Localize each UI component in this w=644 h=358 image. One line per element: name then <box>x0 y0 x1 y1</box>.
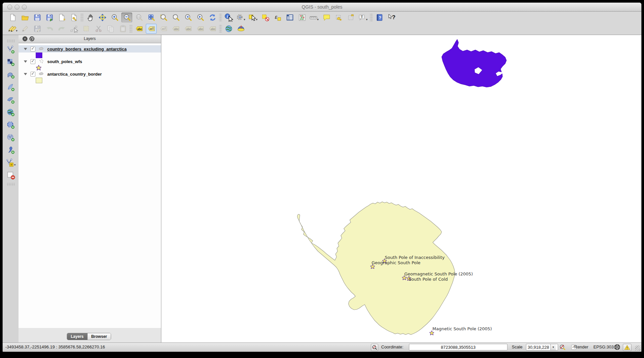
toolbar-separator <box>219 25 222 33</box>
show-bookmarks-button[interactable] <box>345 13 356 22</box>
pan-map-button[interactable] <box>85 13 96 22</box>
cut-features-button[interactable] <box>93 24 104 34</box>
new-print-composer-button[interactable]: ✳ <box>56 13 67 22</box>
open-project-button[interactable] <box>20 13 30 22</box>
zoom-to-layer-button[interactable] <box>170 13 181 22</box>
zoom-full-button[interactable] <box>146 13 157 22</box>
open-attribute-table-button[interactable] <box>284 13 295 22</box>
pin-labels-button[interactable] <box>146 24 157 34</box>
stop-render-button[interactable] <box>559 344 566 350</box>
add-spatialite-layer-button[interactable] <box>6 83 16 92</box>
expand-arrow-icon[interactable] <box>24 48 27 50</box>
map-tips-button[interactable] <box>321 13 332 22</box>
zoom-to-selection-button[interactable] <box>158 13 169 22</box>
node-tool-button[interactable] <box>68 24 79 34</box>
pan-to-selection-button[interactable] <box>97 13 108 22</box>
new-shapefile-layer-button[interactable]: ✳▼ <box>6 158 16 168</box>
layer-symbol-swatch[interactable] <box>36 78 42 83</box>
save-project-as-button[interactable] <box>44 13 55 22</box>
panel-title: Layers <box>19 36 161 41</box>
zoom-out-button[interactable] <box>121 13 132 22</box>
layer-visibility-checkbox[interactable] <box>30 59 35 64</box>
layer-visibility-checkbox[interactable] <box>30 47 35 52</box>
redo-button[interactable] <box>56 24 67 34</box>
coordinate-input[interactable] <box>409 344 507 350</box>
select-features-button[interactable]: ▼ <box>248 13 259 22</box>
tab-layers[interactable]: Layers <box>67 333 87 340</box>
composer-manager-button[interactable] <box>68 13 79 22</box>
zoom-native-button[interactable]: 1:1 <box>134 13 144 22</box>
whats-this-button[interactable]: ? <box>386 13 397 22</box>
svg-text:T: T <box>361 15 363 19</box>
title-bar[interactable]: QGIS - south_poles <box>3 3 641 12</box>
show-hide-labels-button[interactable] <box>207 24 218 34</box>
log-messages-button[interactable] <box>623 344 631 351</box>
help-contents-button[interactable] <box>374 13 385 22</box>
add-delimited-text-layer-button[interactable] <box>6 145 16 155</box>
add-feature-button[interactable] <box>81 24 92 34</box>
crs-status-button[interactable] <box>614 344 621 350</box>
save-layer-edits-button[interactable] <box>32 24 43 34</box>
manage-layers-toolbar: OR ✳▼ <box>3 36 19 343</box>
new-bookmark-button[interactable]: ★ <box>333 13 344 22</box>
add-wfs-layer-button[interactable] <box>6 133 16 143</box>
layer-name[interactable]: antarctica_country_border <box>47 72 102 77</box>
extents-toggle-button[interactable] <box>371 344 378 351</box>
layer-symbol-star[interactable] <box>36 65 42 71</box>
labeling-options-button[interactable] <box>134 24 144 34</box>
zoom-in-button[interactable] <box>109 13 120 22</box>
layer-name[interactable]: country_borders_excluding_antarctica <box>47 47 127 52</box>
change-label-button[interactable] <box>195 24 206 34</box>
select-by-expression-button[interactable]: ε <box>272 13 283 22</box>
paste-features-button[interactable] <box>117 24 128 34</box>
qgis-window: QGIS - south_poles ✳ 1:1 i ▼ ▼ ε ▼ ★ T▼ <box>3 3 641 352</box>
layer-row-south-poles-wfs[interactable]: south_poles_wfs <box>19 58 161 65</box>
highlight-labels-button[interactable] <box>158 24 169 34</box>
layer-name[interactable]: south_poles_wfs <box>47 59 82 64</box>
layer-row-antarctica-border[interactable]: antarctica_country_border <box>19 70 161 78</box>
pole-marker-magnetic[interactable] <box>429 331 434 335</box>
rotate-label-button[interactable] <box>182 24 193 34</box>
polygon-layer-icon <box>38 71 45 77</box>
add-postgis-layer-button[interactable] <box>6 70 16 80</box>
coordinate-capture-button[interactable] <box>223 24 234 34</box>
zoom-next-button[interactable] <box>195 13 206 22</box>
undo-button[interactable] <box>44 24 55 34</box>
copy-features-button[interactable] <box>105 24 116 34</box>
add-oracle-layer-button[interactable]: OR <box>6 108 16 118</box>
add-mssql-layer-button[interactable] <box>6 95 16 105</box>
remove-layer-button[interactable] <box>6 170 16 180</box>
toolbar-handle <box>7 40 15 42</box>
resize-grip[interactable] <box>635 345 640 351</box>
dock-tabs: Layers Browser <box>67 333 111 340</box>
svg-text:?: ? <box>392 14 395 20</box>
layer-symbol-swatch[interactable] <box>36 53 42 58</box>
tab-browser[interactable]: Browser <box>87 333 111 340</box>
current-edits-button[interactable]: ▼ <box>7 24 18 34</box>
toggle-editing-button[interactable] <box>20 24 30 34</box>
new-project-button[interactable] <box>7 13 18 22</box>
statistical-summary-button[interactable] <box>297 13 307 22</box>
plugin-button[interactable] <box>235 24 246 34</box>
add-raster-layer-button[interactable] <box>6 57 16 67</box>
save-project-button[interactable] <box>32 13 43 22</box>
refresh-map-button[interactable] <box>207 13 218 22</box>
map-canvas[interactable]: South Pole of Inaccessibility Geographic… <box>161 35 641 343</box>
layer-visibility-checkbox[interactable] <box>30 72 35 77</box>
identify-button[interactable]: i <box>223 13 234 22</box>
zoom-last-button[interactable] <box>182 13 193 22</box>
layer-row-country-borders[interactable]: country_borders_excluding_antarctica <box>19 45 161 53</box>
scale-value: 30,918,228 <box>526 345 550 350</box>
add-wms-layer-button[interactable] <box>6 120 16 130</box>
add-vector-layer-button[interactable] <box>6 45 16 55</box>
expand-arrow-icon[interactable] <box>24 60 27 63</box>
deselect-features-button[interactable] <box>260 13 271 22</box>
scale-combobox[interactable]: 30,918,228 ▼ <box>526 344 558 350</box>
scale-dropdown-icon[interactable]: ▼ <box>550 344 556 350</box>
expand-arrow-icon[interactable] <box>24 73 27 75</box>
window-title: QGIS - south_poles <box>3 4 641 10</box>
measure-button[interactable]: ▼ <box>309 13 320 22</box>
text-annotation-button[interactable]: T▼ <box>358 13 369 22</box>
move-label-button[interactable] <box>170 24 181 34</box>
run-feature-action-button[interactable]: ▼ <box>235 13 246 22</box>
